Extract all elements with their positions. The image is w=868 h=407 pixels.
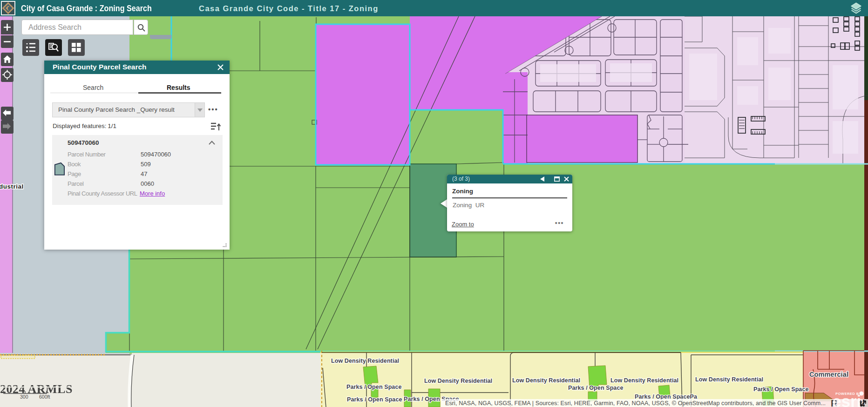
svg-text:Parks / Open SpacePa: Parks / Open SpacePa — [635, 393, 698, 400]
svg-text:Low Density Residential: Low Density Residential — [610, 377, 678, 384]
svg-text:Parks / Open Space: Parks / Open Space — [346, 384, 402, 390]
svg-text:Low Density Residential: Low Density Residential — [331, 358, 399, 364]
svg-text:Parks / Open Space: Parks / Open Space — [753, 386, 809, 393]
svg-text:Low Density Residential: Low Density Residential — [695, 376, 763, 383]
svg-text:300: 300 — [20, 394, 28, 400]
svg-text:Esri, NASA, NGA, USGS, FEMA |: Esri, NASA, NGA, USGS, FEMA | Sources: E… — [445, 400, 826, 407]
svg-text:esri: esri — [832, 392, 861, 407]
svg-text:600ft: 600ft — [39, 394, 50, 400]
svg-text:dustrial: dustrial — [0, 183, 24, 190]
svg-text:Parks / Open Space: Parks / Open Space — [347, 396, 402, 403]
svg-text:Low Density Residential: Low Density Residential — [512, 377, 580, 384]
svg-text:Commercial: Commercial — [809, 371, 848, 378]
svg-text:Low Density Residential: Low Density Residential — [424, 378, 492, 384]
svg-text:Parks / Open Space: Parks / Open Space — [568, 385, 624, 391]
